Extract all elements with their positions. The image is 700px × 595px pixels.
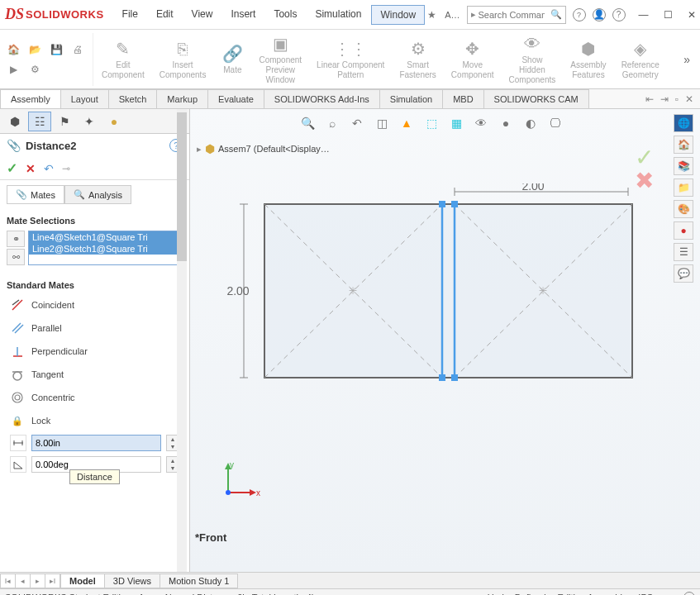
ribbon-reference-geometry[interactable]: ◈Reference Geometry [615,33,666,86]
distance-icon[interactable] [10,435,26,451]
view-orientation-icon[interactable]: ⬚ [421,114,441,132]
ribbon-smart-fasteners[interactable]: ⚙Smart Fasteners [393,33,442,86]
ribbon-linear-pattern[interactable]: ⋮⋮Linear Component Pattern [310,33,391,86]
ribbon-expand-icon[interactable]: » [679,53,695,66]
command-search[interactable]: ▸ 🔍 [467,6,566,24]
tab-mbd[interactable]: MBD [442,89,483,108]
tab-last-icon[interactable]: ▸I [45,574,60,588]
doc-collapse-icon[interactable]: ⇤ [645,93,654,105]
appearances-icon[interactable]: 🎨 [674,200,693,218]
ribbon-insert-components[interactable]: ⎘Insert Components [153,33,213,86]
custom-props-icon[interactable]: ● [674,221,693,240]
panel-tab-feature-icon[interactable]: ⬢ [3,112,26,131]
ribbon-mate[interactable]: 🔗Mate [214,33,250,86]
view-palette-icon[interactable]: 📁 [674,178,693,197]
new-doc-icon[interactable]: 🏠 [5,41,21,58]
panel-tab-appearance-icon[interactable]: ● [102,112,126,131]
tab-cam[interactable]: SOLIDWORKS CAM [483,89,589,108]
display-style-icon[interactable]: ▦ [446,114,466,132]
zoom-area-icon[interactable]: ⌕ [322,114,342,132]
search-input[interactable] [479,10,545,20]
open-icon[interactable]: 📂 [26,41,43,58]
panel-tab-config-icon[interactable]: ⚑ [53,112,76,131]
pm-undo-button[interactable]: ↶ [44,162,54,175]
doc-expand-icon[interactable]: ⇥ [660,93,669,105]
tab-assembly[interactable]: Assembly [0,89,61,108]
panel-scrollbar[interactable] [177,109,187,572]
mate-concentric[interactable]: Concentric [7,386,183,409]
mate-tangent[interactable]: Tangent [7,363,183,386]
selection-item[interactable]: Line4@Sketch1@Square Tri [29,231,182,243]
close-button[interactable]: ✕ [688,9,696,21]
btm-tab-model[interactable]: Model [60,574,105,588]
tab-markup[interactable]: Markup [156,89,208,108]
selection-item[interactable]: Line2@Sketch1@Square Tri [29,243,182,255]
design-library-icon[interactable]: 🏠 [674,136,693,154]
menu-tools[interactable]: Tools [265,5,305,25]
scene-icon[interactable]: ◐ [521,114,540,132]
flyout-tree[interactable]: ▸ ⬢ Assem7 (Default<Display… [197,142,330,155]
panel-tab-dim-icon[interactable]: ✦ [78,112,101,131]
mate-lock[interactable]: 🔒Lock [7,409,183,432]
orientation-triad[interactable]: y x [212,459,261,509]
viewport-cancel-icon[interactable]: ✖ [635,167,654,194]
mate-coincident[interactable]: Coincident [7,293,183,317]
ribbon-show-hidden[interactable]: 👁Show Hidden Components [502,33,563,86]
menu-insert[interactable]: Insert [222,5,264,25]
pm-tab-analysis[interactable]: 🔍Analysis [64,185,131,204]
ribbon-assembly-features[interactable]: ⬢Assembly Features [564,33,612,86]
panel-tab-pm-icon[interactable]: ☷ [28,112,51,131]
tab-simulation[interactable]: Simulation [379,89,443,108]
rebuild-icon[interactable]: ▶ [5,61,21,78]
file-explorer-icon[interactable]: 📚 [674,157,693,175]
mate-perpendicular[interactable]: Perpendicular [7,340,183,363]
btm-tab-motion[interactable]: Motion Study 1 [160,574,238,588]
prev-view-icon[interactable]: ↶ [347,114,367,132]
star-icon[interactable]: ★ [425,8,438,21]
resources-icon[interactable]: 🌐 [674,114,693,132]
doc-close-icon[interactable]: ✕ [685,93,693,105]
mate-parallel[interactable]: Parallel [7,317,183,340]
pm-cancel-button[interactable]: ✕ [26,162,36,175]
view-settings-icon[interactable]: 🖵 [545,114,565,132]
search-icon[interactable]: 🔍 [550,9,562,20]
help-dropdown-icon[interactable]: ? [573,8,586,21]
multi-mate-icon[interactable]: ⚯ [7,249,25,265]
dynamic-annotation-icon[interactable]: ▲ [397,114,417,132]
print-icon[interactable]: 🖨 [69,41,86,58]
btm-tab-3dviews[interactable]: 3D Views [104,574,160,588]
tab-prev-icon[interactable]: ◂ [16,574,31,588]
tab-layout[interactable]: Layout [60,89,109,108]
pm-pin-button[interactable]: ⊸ [62,163,70,174]
ribbon-move-component[interactable]: ✥Move Component [445,33,501,86]
pm-tab-mates[interactable]: 📎Mates [7,185,64,204]
minimize-button[interactable]: — [639,9,649,21]
pm-ok-button[interactable]: ✓ [7,160,17,176]
menu-window[interactable]: Window [371,5,425,25]
tab-sketch[interactable]: Sketch [108,89,158,108]
tab-next-icon[interactable]: ▸ [31,574,45,588]
angle-icon[interactable] [10,456,26,473]
forum-icon[interactable]: ☰ [674,243,693,261]
status-units[interactable]: IPS [638,593,653,596]
appearance-icon[interactable]: ● [496,114,516,132]
tab-addins[interactable]: SOLIDWORKS Add-Ins [264,89,380,108]
status-help-icon[interactable]: ? [683,592,695,596]
menu-file[interactable]: File [114,5,146,25]
menu-view[interactable]: View [183,5,221,25]
tab-first-icon[interactable]: I◂ [1,574,16,588]
hide-show-icon[interactable]: 👁 [471,114,491,132]
ribbon-component-preview[interactable]: ▣Component Preview Window [252,33,308,86]
section-view-icon[interactable]: ◫ [372,114,392,132]
whatsnew-icon[interactable]: ? [612,8,626,21]
maximize-button[interactable]: ☐ [664,9,673,21]
save-icon[interactable]: 💾 [48,41,64,58]
doc-restore-icon[interactable]: ▫ [675,93,679,105]
user-icon[interactable]: 👤 [593,8,606,21]
scroll-thumb[interactable] [177,112,187,261]
menu-simulation[interactable]: Simulation [307,5,369,25]
menu-edit[interactable]: Edit [148,5,182,25]
zoom-fit-icon[interactable]: 🔍 [298,114,317,132]
tree-expand-icon[interactable]: ▸ [197,144,202,155]
comment-icon[interactable]: 💬 [674,264,693,283]
